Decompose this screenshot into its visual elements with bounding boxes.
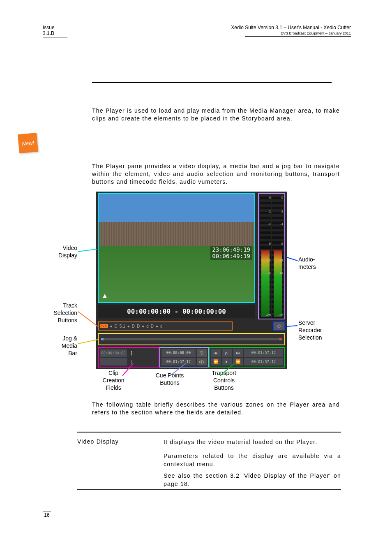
player-pane: 23:06:49:1900:06:49:19 0 -2 -4 -9 -13 -1…	[96, 192, 287, 369]
header-issue: Issue 3.1.B	[43, 25, 67, 37]
label-transport: TransportControlsButtons	[205, 369, 242, 392]
server-recorder-select[interactable]: ◇	[273, 321, 285, 331]
label-cue-points: Cue PointsButtons	[151, 372, 188, 386]
main-timecode: 00:00:00:00 - 00:00:00:00	[98, 305, 255, 318]
label-server-recorder: ServerRecorderSelection	[298, 319, 322, 342]
track-active[interactable]: 5.1	[100, 324, 108, 328]
jog-media-bar[interactable]	[98, 333, 285, 345]
section-rule	[92, 82, 332, 83]
audio-meters: 0 -2 -4 -9 -13 -16 -20 0 -2 -4 -9 -13 -1…	[258, 193, 285, 319]
goto-in-icon[interactable]: ⏪	[211, 358, 221, 366]
label-audio-meters: Audio-meters	[298, 256, 316, 271]
svg-line-4	[287, 326, 297, 326]
goto-out-icon[interactable]: ⏩	[233, 358, 243, 366]
table-cell-desc-2: Parameters related to the display are av…	[164, 452, 341, 468]
table-bottom-rule	[77, 489, 341, 490]
table-cell-desc-1: It displays the video material loaded on…	[164, 438, 341, 446]
new-badge: New!	[18, 133, 38, 153]
cue-down-icon[interactable]: ▽	[197, 349, 207, 357]
header-subtitle: EVS Broadcast Equipment – January 2011	[231, 31, 351, 35]
play-icon[interactable]: ▷	[222, 349, 232, 357]
intro-paragraph-1: The Player is used to load and play medi…	[92, 107, 340, 123]
step-fwd-icon[interactable]: ⏭	[233, 349, 243, 357]
label-jog-media-bar: Jog &MediaBar	[34, 335, 77, 357]
table-cell-desc-3: See also the section 3.2 'Video Display …	[164, 472, 341, 488]
table-cell-name: Video Display	[77, 438, 151, 445]
label-clip-creation: ClipCreationFields	[97, 369, 130, 392]
svg-line-1	[78, 312, 98, 326]
label-track-selection: TrackSelectionButtons	[42, 302, 77, 324]
video-display-area[interactable]: 23:06:49:1900:06:49:19	[98, 193, 255, 303]
transport-controls[interactable]: ⏮ ▷ ⏭ 00:01:57:12 ⏪ ⏵ ⏩ 00:01:57:12	[209, 347, 285, 368]
player-diagram: VideoDisplay TrackSelectionButtons Jog &…	[37, 192, 308, 393]
intro-paragraph-3: The following table briefly describes th…	[92, 401, 340, 416]
svg-line-0	[78, 249, 97, 252]
svg-line-2	[78, 340, 98, 344]
in-marker-icon	[103, 294, 107, 298]
page-number: 16	[43, 511, 51, 518]
svg-line-3	[287, 257, 297, 261]
osd-timecode: 23:06:49:1900:06:49:19	[210, 246, 252, 260]
cue-points-buttons[interactable]: 00:00:00:00 ▽ 00:01:57:12 ◁▷	[159, 347, 209, 368]
table-top-rule	[77, 432, 341, 433]
clip-creation-fields[interactable]: 00:00:00:00⌈ ⌋	[98, 347, 159, 368]
track-selection-bar[interactable]: 5.1 ● D 5.1 ● D D ● d D ● d	[98, 321, 233, 331]
cue-nav-icon[interactable]: ◁▷	[197, 358, 207, 366]
goto-start-icon[interactable]: ⏮	[211, 349, 221, 357]
intro-paragraph-2: The Player pane provides a video display…	[92, 162, 340, 186]
header-meta: Xedio Suite Version 3.1 – User's Manual …	[231, 25, 351, 37]
header-title: Xedio Suite Version 3.1 – User's Manual …	[231, 25, 351, 30]
label-video-display: VideoDisplay	[48, 244, 77, 259]
play-range-icon[interactable]: ⏵	[222, 358, 232, 366]
